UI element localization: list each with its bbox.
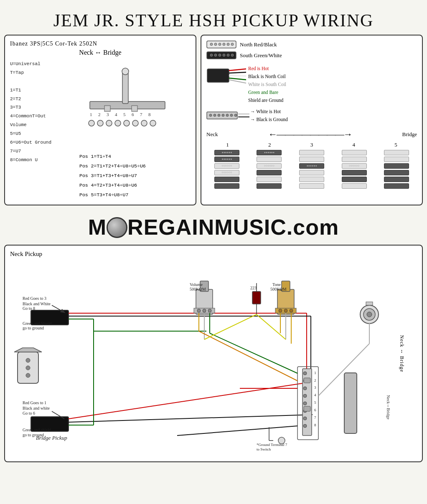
svg-point-23 — [214, 43, 217, 46]
neck-annot-2: Black and White — [23, 301, 51, 306]
banner: MREGAINMUSIC.com — [4, 210, 423, 245]
svg-point-89 — [284, 309, 287, 312]
svg-point-111 — [303, 387, 307, 390]
right-box: North Red/Black South Green/White — [201, 35, 423, 205]
coils2-pos1 — [214, 177, 239, 189]
coils2-pos5 — [384, 177, 409, 189]
svg-text:500KΩM: 500KΩM — [270, 287, 287, 291]
svg-text:Neck↔Bridge: Neck↔Bridge — [386, 395, 391, 420]
pos-3: Pos 3=T1+T3+T4÷U8÷U7 — [79, 171, 171, 180]
wire-shield: Shield are Ground — [248, 96, 286, 104]
svg-line-67 — [69, 415, 313, 422]
svg-text:3: 3 — [107, 112, 109, 117]
svg-line-133 — [257, 314, 286, 339]
svg-text:6: 6 — [132, 112, 134, 117]
svg-point-12 — [97, 120, 103, 126]
svg-rect-118 — [304, 406, 310, 411]
cable-section: Red is Hot Black is North Coil White is … — [206, 64, 417, 104]
svg-line-39 — [229, 78, 246, 80]
svg-text:1: 1 — [314, 371, 316, 375]
svg-point-13 — [106, 120, 112, 126]
svg-point-16 — [132, 120, 138, 126]
svg-point-27 — [231, 43, 234, 46]
svg-point-129 — [278, 437, 285, 444]
single-coil-labels: → White is Hot → Black is Ground — [250, 108, 288, 124]
neck-annot-3: Go to 8 — [23, 306, 35, 311]
switch-svg: 1 2 3 4 5 6 7 8 — [77, 60, 173, 152]
wire-color-labels: Red is Hot Black is North Coil White is … — [248, 65, 286, 104]
positions-text: Pos 1=T1÷T4 Pos 2=T1+T2+T4÷U8÷U5÷U6 Pos … — [79, 152, 171, 200]
annotation-2: 2=T2 — [10, 95, 60, 104]
svg-point-45 — [222, 114, 224, 117]
sc-gnd: → Black is Ground — [250, 116, 288, 124]
knob-icon — [107, 217, 127, 238]
svg-point-32 — [223, 54, 225, 56]
annotation-8: 8=Common U — [10, 156, 60, 165]
svg-point-61 — [26, 358, 30, 362]
neck-annot-5: go to ground — [23, 326, 44, 330]
bottom-box: Neck Pickup Red Goes to 3 Black and Whit… — [4, 245, 423, 462]
coils-pos3: ●●●●●● — [299, 150, 324, 175]
svg-line-123 — [199, 331, 297, 381]
wire-white: White is South Coil — [248, 81, 286, 89]
svg-text:5: 5 — [123, 112, 126, 117]
svg-point-48 — [234, 114, 237, 117]
top-section: Ibanez 3PS|5C5 Cor-Tek 2502N Neck ↔ Brid… — [4, 35, 423, 205]
wire-green: Green and Bare — [248, 89, 286, 96]
pos-5: Pos 5=T3+T4÷U8÷U7 — [79, 190, 171, 200]
svg-point-98 — [367, 312, 372, 317]
single-coil-icon — [206, 111, 238, 120]
bridge-annot-4: Green and shield — [23, 428, 51, 432]
svg-point-14 — [115, 120, 121, 126]
pos-num-4: 4 — [341, 142, 366, 148]
page-title: Jem Jr. Style HSH Pickup Wiring — [4, 4, 423, 35]
pos-num-5: 5 — [384, 142, 409, 148]
coil-row-2 — [206, 177, 417, 189]
svg-rect-120 — [344, 373, 357, 433]
svg-rect-117 — [304, 378, 310, 383]
svg-point-26 — [227, 43, 229, 46]
pos-num-2: 2 — [257, 142, 282, 148]
svg-rect-1 — [122, 72, 128, 104]
svg-point-63 — [26, 373, 30, 377]
north-label: North Red/Black — [240, 41, 277, 48]
coils2-pos4 — [342, 177, 367, 189]
north-legend: North Red/Black — [206, 41, 417, 49]
bridge-label: Bridge — [402, 131, 417, 138]
svg-point-44 — [218, 114, 220, 117]
svg-rect-19 — [104, 106, 110, 111]
north-humbucker-icon — [206, 41, 236, 49]
svg-text:4: 4 — [115, 112, 117, 117]
svg-text:4: 4 — [314, 393, 316, 397]
annotation-t: T=Tap — [10, 68, 60, 77]
annotation-1: 1=T1 — [10, 86, 60, 95]
pos-numbers: 1 2 3 4 5 — [206, 142, 417, 148]
svg-rect-35 — [207, 69, 229, 82]
svg-text:to Switch: to Switch — [257, 447, 271, 451]
svg-point-112 — [303, 394, 307, 398]
svg-point-90 — [290, 309, 293, 312]
svg-text:7: 7 — [140, 112, 142, 117]
svg-text:223: 223 — [250, 286, 257, 290]
wire-black: Black is North Coil — [248, 73, 286, 81]
svg-rect-81 — [252, 291, 261, 304]
pos-1: Pos 1=T1÷T4 — [79, 152, 171, 161]
svg-point-47 — [230, 114, 233, 117]
bridge-annot-3: Go to 6 — [23, 411, 35, 415]
svg-text:500KΩM: 500KΩM — [190, 287, 206, 291]
single-coil-section: → White is Hot → Black is Ground — [206, 108, 417, 124]
svg-point-116 — [303, 424, 307, 428]
svg-line-37 — [229, 72, 246, 73]
annotation-7: 7=U7 — [10, 147, 60, 156]
svg-point-34 — [231, 54, 234, 56]
svg-line-36 — [229, 69, 246, 71]
svg-text:8: 8 — [148, 112, 151, 117]
pos-num-3: 3 — [299, 142, 324, 148]
svg-text:8: 8 — [314, 423, 316, 427]
svg-point-43 — [214, 114, 216, 117]
bridge-annot-2: Black and white — [23, 406, 50, 410]
svg-point-25 — [223, 43, 225, 46]
svg-text:Tone: Tone — [272, 282, 281, 287]
svg-point-33 — [227, 54, 229, 56]
svg-rect-20 — [132, 106, 137, 111]
